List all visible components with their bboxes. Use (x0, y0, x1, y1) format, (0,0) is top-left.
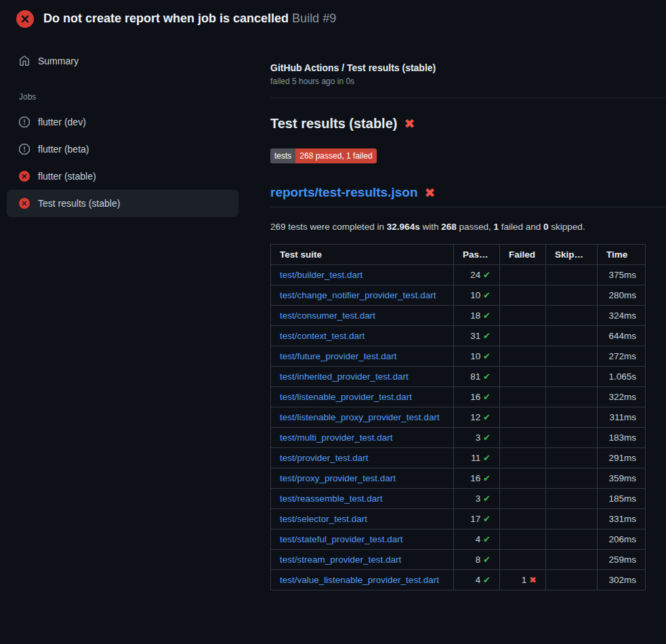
cross-icon: ✖ (529, 575, 537, 585)
sidebar-item-summary[interactable]: Summary (7, 47, 238, 75)
skipped-cell (546, 489, 598, 509)
time-cell: 183ms (598, 428, 646, 448)
test-suite-link[interactable]: test/stream_provider_test.dart (280, 555, 401, 565)
test-suite-link[interactable]: test/future_provider_test.dart (280, 351, 397, 361)
check-icon: ✔ (483, 371, 491, 382)
sidebar-item-label: Test results (stable) (38, 198, 120, 209)
test-suite-cell: test/inherited_provider_test.dart (271, 367, 454, 387)
skipped-cell (546, 367, 598, 387)
failed-cell (500, 489, 546, 509)
time-cell: 1.065s (598, 367, 646, 387)
passed-cell-count: 18 (470, 310, 480, 321)
test-suite-link[interactable]: test/provider_test.dart (280, 453, 369, 463)
failed-cell (500, 509, 546, 529)
passed-cell-count: 24 (470, 270, 480, 280)
time-cell: 359ms (598, 468, 646, 489)
table-row: test/proxy_provider_test.dart16 ✔359ms (271, 468, 646, 489)
failed-cell (500, 285, 546, 306)
skipped-cell (546, 346, 598, 367)
failed-cell (500, 550, 546, 570)
test-suite-link[interactable]: test/listenable_provider_test.dart (280, 392, 412, 402)
passed-cell-count: 3 (476, 432, 481, 443)
sidebar-item-flutter-beta[interactable]: flutter (beta) (7, 136, 238, 163)
check-run-header: Do not create report when job is cancell… (0, 0, 666, 37)
breadcrumb: GitHub Actions / Test results (stable) (270, 62, 666, 73)
test-suite-cell: test/listenable_proxy_provider_test.dart (271, 407, 454, 428)
skipped-cell (546, 387, 598, 407)
passed-cell: 3 ✔ (454, 489, 500, 509)
test-suite-link[interactable]: test/selector_test.dart (280, 514, 367, 524)
table-row: test/listenable_provider_test.dart16 ✔32… (271, 387, 646, 407)
passed-cell-count: 3 (476, 494, 481, 504)
badge-value: 268 passed, 1 failed (295, 148, 376, 163)
table-row: test/future_provider_test.dart10 ✔272ms (271, 346, 646, 367)
test-suite-link[interactable]: test/change_notifier_provider_test.dart (280, 290, 436, 300)
cancelled-status-icon (19, 117, 30, 127)
passed-cell-count: 4 (476, 575, 481, 585)
test-suite-link[interactable]: test/value_listenable_provider_test.dart (280, 575, 439, 585)
badge-label: tests (270, 148, 295, 163)
check-icon: ✔ (483, 270, 491, 280)
passed-cell-count: 81 (470, 371, 480, 382)
failed-cell-count: 1 (522, 575, 527, 585)
test-results-table: Test suite Passed Failed Skipped Time te… (270, 244, 646, 590)
sidebar-item-label: flutter (beta) (38, 144, 89, 155)
sidebar-item-flutter-stable[interactable]: flutter (stable) (7, 163, 238, 190)
sidebar-item-label: flutter (dev) (38, 117, 86, 127)
sidebar-item-flutter-dev[interactable]: flutter (dev) (7, 108, 238, 136)
passed-cell-count: 10 (470, 351, 480, 361)
test-suite-cell: test/future_provider_test.dart (271, 346, 454, 367)
table-row: test/selector_test.dart17 ✔331ms (271, 509, 646, 529)
test-suite-cell: test/provider_test.dart (271, 448, 454, 468)
test-suite-link[interactable]: test/context_test.dart (280, 331, 365, 341)
passed-cell-count: 4 (476, 534, 481, 544)
skipped-cell (546, 407, 598, 428)
table-row: test/listenable_proxy_provider_test.dart… (271, 407, 646, 428)
passed-cell-count: 10 (470, 290, 480, 300)
failed-x-icon: ✖ (404, 117, 415, 130)
test-suite-link[interactable]: test/stateful_provider_test.dart (280, 534, 403, 544)
passed-cell: 10 ✔ (454, 346, 500, 367)
sidebar-item-test-results-stable[interactable]: Test results (stable) (7, 190, 238, 217)
test-suite-link[interactable]: test/inherited_provider_test.dart (280, 371, 409, 382)
test-suite-link[interactable]: test/reassemble_test.dart (280, 494, 383, 504)
passed-cell-count: 12 (470, 412, 480, 422)
test-suite-cell: test/context_test.dart (271, 326, 454, 346)
time-cell: 375ms (598, 265, 646, 285)
table-row: test/multi_provider_test.dart3 ✔183ms (271, 428, 646, 448)
test-suite-cell: test/selector_test.dart (271, 509, 454, 529)
passed-cell-count: 16 (470, 392, 480, 402)
table-row: test/context_test.dart31 ✔644ms (271, 326, 646, 346)
passed-cell: 31 ✔ (454, 326, 500, 346)
time-cell: 206ms (598, 529, 646, 550)
test-suite-link[interactable]: test/listenable_proxy_provider_test.dart (280, 412, 440, 422)
time-cell: 644ms (598, 326, 646, 346)
failed-status-icon (16, 10, 34, 28)
test-suite-cell: test/listenable_provider_test.dart (271, 387, 454, 407)
test-suites-body: test/builder_test.dart24 ✔375mstest/chan… (271, 265, 646, 590)
sidebar-item-label: flutter (stable) (38, 171, 96, 182)
check-icon: ✔ (483, 534, 491, 544)
check-icon: ✔ (483, 494, 491, 504)
test-suite-link[interactable]: test/proxy_provider_test.dart (280, 473, 396, 483)
check-run-content: GitHub Actions / Test results (stable) f… (270, 37, 666, 590)
check-icon: ✔ (483, 290, 491, 300)
jobs-section-heading: Jobs (7, 92, 238, 102)
test-suite-cell: test/proxy_provider_test.dart (271, 468, 454, 489)
check-icon: ✔ (483, 351, 491, 361)
test-suite-link[interactable]: test/consumer_test.dart (280, 310, 375, 321)
passed-cell-count: 31 (470, 331, 480, 341)
table-row: test/stream_provider_test.dart8 ✔259ms (271, 550, 646, 570)
table-row: test/inherited_provider_test.dart81 ✔1.0… (271, 367, 646, 387)
skipped-cell (546, 285, 598, 306)
skipped-cell (546, 550, 598, 570)
test-suite-link[interactable]: test/builder_test.dart (280, 270, 362, 280)
time-cell: 322ms (598, 387, 646, 407)
report-file-link[interactable]: reports/test-results.json (270, 185, 418, 200)
time-cell: 185ms (598, 489, 646, 509)
skipped-cell (546, 428, 598, 448)
test-suite-link[interactable]: test/multi_provider_test.dart (280, 432, 393, 443)
column-header-test-suite: Test suite (271, 245, 454, 265)
failed-x-icon: ✖ (425, 186, 436, 199)
divider (270, 98, 666, 98)
